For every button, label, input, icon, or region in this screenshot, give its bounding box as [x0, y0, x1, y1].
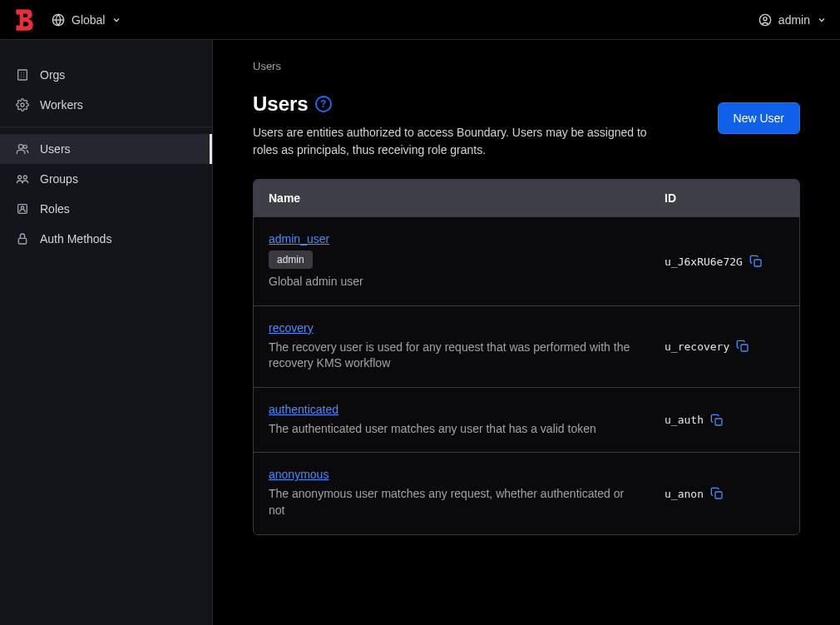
users-table: Name ID admin_useradminGlobal admin user…: [253, 179, 800, 535]
user-id: u_auth: [665, 414, 704, 426]
svg-point-14: [18, 176, 22, 179]
scope-selector[interactable]: Global: [52, 13, 121, 27]
user-name-link[interactable]: recovery: [269, 321, 314, 335]
column-header-name: Name: [254, 180, 650, 217]
workers-icon: [15, 97, 30, 112]
svg-rect-22: [715, 492, 722, 499]
user-description: The recovery user is used for any reques…: [269, 340, 635, 372]
copy-id-icon[interactable]: [749, 255, 763, 268]
svg-rect-18: [18, 238, 26, 244]
svg-point-13: [23, 145, 27, 148]
boundary-logo-icon: [13, 7, 35, 32]
new-user-button[interactable]: New User: [718, 102, 800, 134]
page-description: Users are entities authorized to access …: [253, 124, 652, 159]
sidebar-item-label: Roles: [40, 202, 70, 216]
user-menu-label: admin: [778, 13, 810, 27]
user-description: The anonymous user matches any request, …: [269, 486, 635, 518]
sidebar-item-workers[interactable]: Workers: [0, 90, 212, 120]
user-name-link[interactable]: admin_user: [269, 232, 329, 246]
org-icon: [15, 67, 30, 82]
users-icon: [15, 141, 30, 156]
column-header-id: ID: [650, 180, 799, 217]
topbar: Global admin: [0, 0, 840, 40]
copy-id-icon[interactable]: [736, 340, 749, 353]
sidebar-item-auth-methods[interactable]: Auth Methods: [0, 224, 212, 254]
svg-rect-19: [754, 260, 761, 266]
svg-point-11: [21, 103, 24, 107]
user-menu[interactable]: admin: [758, 13, 827, 27]
sidebar-item-label: Orgs: [40, 68, 65, 82]
user-name-link[interactable]: anonymous: [269, 468, 329, 481]
user-description: The authenticated user matches any user …: [269, 421, 635, 438]
svg-point-15: [23, 176, 27, 179]
sidebar-item-roles[interactable]: Roles: [0, 194, 212, 224]
svg-rect-4: [18, 70, 27, 80]
sidebar-item-label: Groups: [40, 172, 78, 186]
globe-icon: [52, 13, 65, 27]
sidebar-item-orgs[interactable]: Orgs: [0, 60, 212, 90]
svg-rect-20: [741, 345, 748, 351]
table-row: recoveryThe recovery user is used for an…: [254, 305, 799, 387]
sidebar: Orgs Workers: [0, 40, 213, 625]
scope-label: Global: [72, 13, 105, 27]
user-name-link[interactable]: authenticated: [269, 403, 338, 416]
user-badge: admin: [269, 250, 313, 269]
roles-icon: [15, 201, 30, 216]
sidebar-item-users[interactable]: Users: [0, 134, 212, 164]
table-row: anonymousThe anonymous user matches any …: [254, 453, 799, 534]
svg-point-17: [21, 206, 23, 209]
help-icon[interactable]: ?: [315, 96, 332, 112]
sidebar-item-label: Auth Methods: [40, 232, 111, 246]
chevron-down-icon: [817, 15, 827, 25]
user-description: Global admin user: [269, 274, 635, 290]
svg-rect-21: [715, 419, 722, 425]
copy-id-icon[interactable]: [710, 414, 724, 427]
user-id: u_J6xRU6e72G: [665, 255, 743, 268]
copy-id-icon[interactable]: [710, 487, 724, 500]
svg-point-3: [763, 17, 767, 20]
breadcrumb: Users: [253, 60, 800, 72]
groups-icon: [15, 171, 30, 186]
sidebar-item-label: Users: [40, 142, 71, 156]
sidebar-item-groups[interactable]: Groups: [0, 164, 212, 194]
user-id: u_anon: [665, 488, 704, 500]
main-content: Users Users ? Users are entities authori…: [213, 40, 840, 625]
sidebar-item-label: Workers: [40, 98, 83, 112]
svg-point-12: [18, 145, 22, 149]
user-id: u_recovery: [665, 340, 729, 353]
table-row: admin_useradminGlobal admin useru_J6xRU6…: [254, 217, 799, 306]
table-row: authenticatedThe authenticated user matc…: [254, 387, 799, 453]
page-title: Users: [253, 92, 309, 116]
logo[interactable]: [13, 7, 35, 32]
user-circle-icon: [758, 13, 772, 27]
lock-icon: [15, 231, 30, 246]
chevron-down-icon: [111, 15, 121, 25]
